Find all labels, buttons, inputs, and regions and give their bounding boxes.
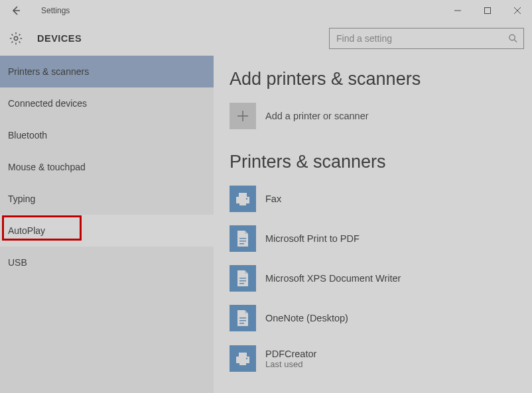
search-box[interactable] (329, 28, 524, 49)
header: DEVICES (0, 21, 532, 56)
device-row[interactable]: Microsoft Print to PDF (230, 225, 532, 252)
svg-rect-19 (239, 361, 246, 365)
sidebar-item-autoplay[interactable]: AutoPlay (0, 215, 214, 247)
printer-icon (234, 350, 251, 367)
device-icon-box (230, 345, 256, 372)
device-row[interactable]: Fax (230, 186, 532, 212)
minimize-icon (454, 7, 461, 14)
main-content: Add printers & scanners Add a printer or… (214, 56, 532, 393)
svg-point-1 (14, 36, 18, 40)
sidebar-item-label: Bluetooth (8, 130, 47, 140)
sidebar-item-typing[interactable]: Typing (0, 183, 214, 215)
device-row[interactable]: OneNote (Desktop) (230, 305, 532, 331)
svg-rect-14 (239, 320, 246, 321)
device-name: Microsoft XPS Document Writer (265, 273, 401, 284)
svg-point-18 (246, 358, 247, 359)
close-button[interactable] (502, 0, 532, 21)
add-printers-heading: Add printers & scanners (230, 69, 532, 89)
search-icon (508, 34, 518, 44)
breadcrumb: DEVICES (37, 33, 82, 44)
add-icon-box (230, 103, 256, 129)
printers-list: Fax Microsoft Print to PDF Microsoft XPS… (230, 186, 532, 372)
device-name: OneNote (Desktop) (265, 313, 348, 323)
settings-gear-icon[interactable] (8, 30, 24, 46)
document-icon (235, 309, 250, 327)
back-button[interactable] (5, 0, 27, 21)
sidebar-item-mouse-touchpad[interactable]: Mouse & touchpad (0, 151, 214, 183)
gear-icon (9, 31, 23, 46)
sidebar-item-label: Printers & scanners (8, 66, 89, 77)
arrow-left-icon (11, 5, 21, 16)
sidebar: Printers & scanners Connected devices Bl… (0, 56, 214, 393)
device-row[interactable]: Microsoft XPS Document Writer (230, 265, 532, 292)
search-input[interactable] (336, 33, 502, 44)
sidebar-item-label: Connected devices (8, 98, 87, 109)
svg-rect-13 (239, 317, 246, 319)
maximize-icon (484, 7, 491, 14)
printer-icon (234, 190, 251, 207)
window-title: Settings (41, 6, 70, 15)
body: Printers & scanners Connected devices Bl… (0, 56, 532, 393)
sidebar-item-connected-devices[interactable]: Connected devices (0, 87, 214, 119)
device-row[interactable]: PDFCreator Last used (230, 345, 532, 372)
add-printer-label: Add a printer or scanner (265, 111, 369, 121)
close-icon (514, 7, 521, 14)
device-icon-box (230, 305, 256, 331)
device-icon-box (230, 225, 256, 252)
svg-rect-4 (239, 193, 247, 197)
printers-list-heading: Printers & scanners (230, 152, 532, 172)
device-icon-box (230, 265, 256, 292)
document-icon (235, 270, 250, 287)
sidebar-item-bluetooth[interactable]: Bluetooth (0, 119, 214, 151)
sidebar-item-label: Typing (8, 194, 35, 204)
maximize-button[interactable] (472, 0, 502, 21)
device-name: Fax (265, 194, 281, 204)
sidebar-item-label: Mouse & touchpad (8, 162, 86, 172)
device-name: PDFCreator (265, 349, 316, 359)
device-icon-box (230, 186, 256, 212)
sidebar-item-printers-scanners[interactable]: Printers & scanners (0, 56, 214, 87)
svg-rect-9 (239, 243, 244, 245)
device-subtext: Last used (265, 359, 316, 369)
minimize-button[interactable] (442, 0, 472, 21)
add-printer-row[interactable]: Add a printer or scanner (230, 103, 532, 129)
sidebar-item-label: AutoPlay (8, 225, 45, 236)
svg-rect-7 (239, 238, 246, 239)
svg-point-5 (246, 198, 247, 199)
svg-point-2 (509, 34, 515, 40)
svg-rect-6 (239, 201, 246, 205)
svg-rect-0 (484, 8, 490, 14)
titlebar: Settings (0, 0, 532, 21)
document-icon (235, 230, 250, 247)
device-name: Microsoft Print to PDF (265, 233, 360, 244)
plus-icon (237, 110, 249, 122)
svg-rect-10 (239, 278, 246, 279)
svg-rect-8 (239, 241, 246, 242)
settings-window: Settings DEVICES Printers & scanners (0, 0, 532, 393)
sidebar-item-label: USB (8, 257, 27, 268)
svg-rect-11 (239, 280, 246, 282)
svg-rect-17 (239, 353, 247, 357)
sidebar-item-usb[interactable]: USB (0, 247, 214, 278)
svg-rect-15 (239, 323, 244, 324)
svg-rect-12 (239, 283, 244, 284)
